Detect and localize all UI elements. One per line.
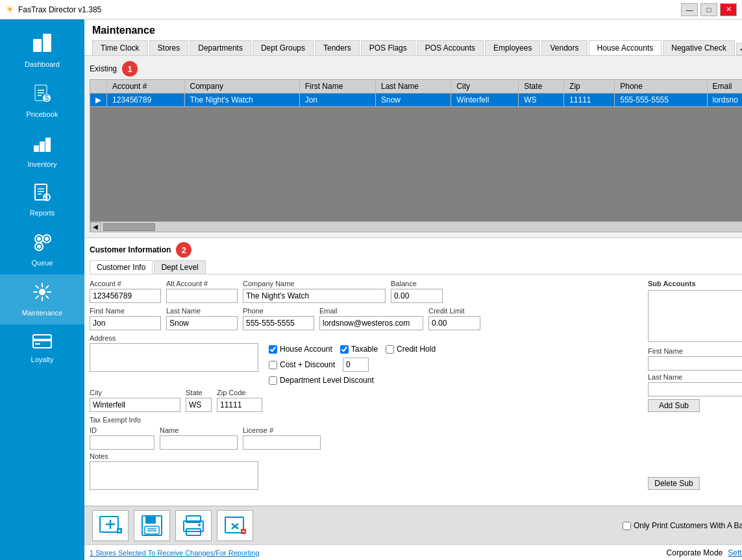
tab-employees[interactable]: Employees xyxy=(485,40,540,55)
account-input[interactable] xyxy=(90,289,161,303)
col-state[interactable]: State xyxy=(519,80,564,93)
stores-link[interactable]: 1 Stores Selected To Receive Changes/For… xyxy=(90,549,260,557)
data-table-wrapper[interactable]: Account # Company First Name Last Name C… xyxy=(90,79,742,222)
alt-account-input[interactable] xyxy=(166,289,238,303)
col-phone[interactable]: Phone xyxy=(615,80,707,93)
house-account-checkbox[interactable] xyxy=(269,345,277,354)
tab-vendors[interactable]: Vendors xyxy=(541,40,587,55)
sub-lastname-field: Last Name xyxy=(648,373,742,396)
cost-discount-checkbox-label[interactable]: Cost + Discount xyxy=(269,360,335,369)
tab-departments[interactable]: Departments xyxy=(190,40,251,55)
add-button[interactable] xyxy=(92,510,129,541)
col-city[interactable]: City xyxy=(451,80,519,93)
col-email[interactable]: Email xyxy=(707,80,742,93)
sidebar-item-dashboard[interactable]: Dashboard xyxy=(0,25,84,76)
taxable-label: Taxable xyxy=(351,345,378,354)
minimize-button[interactable]: — xyxy=(681,3,698,16)
house-accounts-table: Account # Company First Name Last Name C… xyxy=(90,80,742,107)
close-button[interactable]: ✕ xyxy=(720,3,737,16)
add-sub-button[interactable]: Add Sub xyxy=(648,399,700,412)
city-input[interactable] xyxy=(90,398,180,412)
settings-link[interactable]: Settings ... xyxy=(728,548,742,557)
taxable-checkbox[interactable] xyxy=(340,345,349,354)
tab-deptgroups[interactable]: Dept Groups xyxy=(253,40,314,55)
scrollbar-thumb[interactable] xyxy=(103,223,155,231)
sidebar-item-queue[interactable]: Queue xyxy=(0,225,84,274)
tab-scroll-left[interactable]: ◀ xyxy=(736,43,742,55)
sub-lastname-input[interactable] xyxy=(648,382,742,396)
cost-discount-checkbox[interactable] xyxy=(269,361,277,369)
credit-hold-checkbox[interactable] xyxy=(386,345,394,354)
zip-input[interactable] xyxy=(217,398,262,412)
balance-input[interactable] xyxy=(391,289,443,303)
svg-rect-6 xyxy=(40,141,45,152)
sub-firstname-input[interactable] xyxy=(648,356,742,371)
firstname-input[interactable] xyxy=(90,316,161,330)
sidebar-item-pricebook[interactable]: $ Pricebook xyxy=(0,76,84,126)
notes-textarea[interactable] xyxy=(90,461,258,490)
tab-negativecheck[interactable]: Negative Check xyxy=(663,40,735,55)
cost-discount-input[interactable] xyxy=(343,358,369,372)
zip-label: Zip Code xyxy=(217,389,262,396)
tax-name-input[interactable] xyxy=(160,435,238,450)
col-lastname[interactable]: Last Name xyxy=(376,80,451,93)
sidebar-item-inventory[interactable]: Inventory xyxy=(0,126,84,176)
state-input[interactable] xyxy=(186,398,212,412)
col-company[interactable]: Company xyxy=(184,80,299,93)
loyalty-icon xyxy=(32,332,52,353)
svg-rect-7 xyxy=(45,138,51,152)
delete-button[interactable] xyxy=(217,510,253,541)
dept-level-checkbox[interactable] xyxy=(269,376,277,385)
queue-icon xyxy=(32,232,52,256)
maintenance-header: Maintenance Time Clock Stores Department… xyxy=(84,19,742,56)
print-button[interactable] xyxy=(175,510,212,541)
tax-id-input[interactable] xyxy=(90,435,155,450)
sidebar-item-loyalty[interactable]: Loyalty xyxy=(0,324,84,371)
creditlimit-input[interactable] xyxy=(428,316,480,330)
col-firstname[interactable]: First Name xyxy=(299,80,375,93)
tab-posaccounts[interactable]: POS Accounts xyxy=(417,40,484,55)
address-textarea[interactable] xyxy=(90,343,258,372)
svg-rect-0 xyxy=(33,39,42,52)
tab-tenders[interactable]: Tenders xyxy=(315,40,360,55)
tax-id-field: ID xyxy=(90,426,155,450)
city-field: City xyxy=(90,389,180,412)
cell-firstname: Jon xyxy=(299,93,375,107)
inner-tab-deptlevel[interactable]: Dept Level xyxy=(154,260,205,274)
inventory-icon xyxy=(32,134,52,158)
print-customers-checkbox-label[interactable]: Only Print Customers With A Balance xyxy=(623,521,742,530)
delete-sub-button[interactable]: Delete Sub xyxy=(648,477,700,490)
sidebar-label-maintenance: Maintenance xyxy=(22,309,63,317)
print-customers-label: Only Print Customers With A Balance xyxy=(634,521,742,530)
company-input[interactable] xyxy=(243,289,386,303)
dept-level-checkbox-label[interactable]: Department Level Discount xyxy=(269,376,374,385)
credit-hold-checkbox-label[interactable]: Credit Hold xyxy=(386,345,436,354)
save-button[interactable] xyxy=(134,510,170,541)
lastname-input[interactable] xyxy=(166,316,238,330)
tax-license-input[interactable] xyxy=(243,435,321,450)
checkbox-row-1: House Account Taxable Credit Hold xyxy=(269,345,436,354)
tab-stores[interactable]: Stores xyxy=(149,40,189,55)
phone-input[interactable] xyxy=(243,316,314,330)
tab-timeclock[interactable]: Time Clock xyxy=(92,40,148,55)
tab-houseaccounts[interactable]: House Accounts xyxy=(589,40,662,55)
tab-posflags[interactable]: POS Flags xyxy=(361,40,415,55)
sub-firstname-label: First Name xyxy=(648,347,742,355)
inner-tab-customerinfo[interactable]: Customer Info xyxy=(90,260,153,274)
sidebar-item-reports[interactable]: Reports xyxy=(0,176,84,225)
house-account-checkbox-label[interactable]: House Account xyxy=(269,345,332,354)
sidebar-item-maintenance[interactable]: Maintenance xyxy=(0,274,84,324)
notes-label: Notes xyxy=(90,452,640,460)
maximize-button[interactable]: □ xyxy=(700,3,717,16)
existing-label: Existing xyxy=(90,64,117,73)
email-input[interactable] xyxy=(319,316,423,330)
print-customers-checkbox[interactable] xyxy=(623,522,631,530)
taxable-checkbox-label[interactable]: Taxable xyxy=(340,345,378,354)
page-title: Maintenance xyxy=(92,25,742,36)
col-zip[interactable]: Zip xyxy=(564,80,615,93)
svg-rect-8 xyxy=(35,184,47,200)
col-account[interactable]: Account # xyxy=(107,80,185,93)
table-row[interactable]: ▶ 123456789 The Night's Watch Jon Snow W… xyxy=(90,93,742,107)
scrollbar-left-arrow[interactable]: ◀ xyxy=(90,222,101,232)
col-arrow xyxy=(90,80,107,93)
